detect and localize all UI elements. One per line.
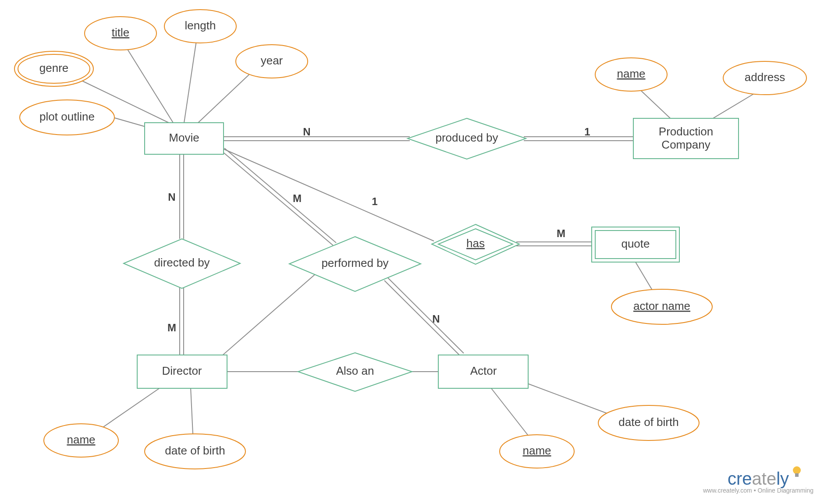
attr-plot-outline-label: plot outline [39,110,95,123]
movie-producedby-line [224,137,410,141]
attr-actor-name: name [500,435,574,468]
attr-pc-name: name [595,58,667,91]
movie-has-line [224,149,434,241]
logo-ate: ate [752,469,777,488]
attr-actor-name-label: name [522,444,551,457]
rel-has-label: has [466,237,485,250]
entity-actor: Actor [438,355,528,388]
rel-performed-by: performed by [289,237,421,291]
rel-also-an: Also an [298,353,412,391]
lightbulb-icon [793,466,801,477]
entity-production-company-label-l2: Company [661,138,710,151]
attr-director-dob: date of birth [145,434,245,469]
svg-line-17 [224,149,434,241]
attr-actor-dob: date of birth [598,405,699,440]
creately-logo: creately www.creately.com • Online Diagr… [703,466,813,494]
rel-directed-by-label: directed by [154,256,210,269]
rel-has: has [432,224,519,264]
svg-line-25 [96,388,160,432]
entity-quote: quote [592,227,679,262]
directedby-director-line [180,287,184,355]
card-movie-produced: N [303,126,310,138]
er-diagram-canvas: genre title length year plot outline nam… [0,0,824,504]
entity-movie-label: Movie [169,131,199,144]
svg-line-27 [491,388,530,438]
rel-produced-by-label: produced by [435,131,498,144]
has-quote-line [516,242,594,246]
rel-also-an-label: Also an [336,364,374,377]
svg-line-24 [706,90,760,123]
entity-production-company-label-l1: Production [659,125,713,138]
card-director-directed: M [167,322,176,334]
attr-director-name: name [44,424,118,457]
rel-directed-by: directed by [124,239,240,288]
svg-line-29 [636,262,653,291]
attr-director-name-label: name [67,433,95,446]
movie-performedby-line [221,148,336,245]
svg-line-15 [384,280,460,356]
svg-line-1 [123,42,173,123]
attr-quote-actor-name-label: actor name [633,299,690,312]
rel-produced-by: produced by [408,118,526,159]
attr-title: title [85,17,156,50]
svg-line-13 [221,151,333,245]
logo-ly: ly [776,469,789,488]
entity-director: Director [137,355,227,388]
svg-text:creately: creately [728,469,789,488]
card-pc-produced: 1 [584,126,590,138]
director-performedby-line [222,274,316,356]
attr-year: year [236,45,308,78]
svg-line-26 [191,388,193,434]
svg-line-23 [636,85,675,123]
card-movie-has: 1 [372,195,377,207]
attr-pc-name-label: name [617,67,645,80]
entity-production-company: Production Company [633,118,739,159]
attr-pc-address-label: address [745,71,785,84]
attr-director-dob-label: date of birth [165,444,225,457]
svg-rect-57 [795,473,799,477]
entity-actor-label: Actor [470,364,497,377]
svg-line-14 [224,148,336,243]
entity-movie: Movie [145,123,224,154]
attr-length: length [164,10,236,43]
entity-director-label: Director [162,364,202,377]
card-actor-performed: N [432,313,440,325]
director-attribute-lines [96,388,193,434]
attr-genre: genre [14,51,93,86]
quote-attribute-line [636,262,653,291]
card-movie-directed: N [168,191,175,203]
attr-plot-outline: plot outline [20,100,114,135]
svg-line-16 [388,278,464,353]
movie-directedby-line [180,154,184,239]
logo-cre: cre [728,469,752,488]
performedby-actor-line [384,278,464,356]
producedby-pc-line [524,137,633,141]
attr-quote-actor-name: actor name [611,289,712,324]
attr-actor-dob-label: date of birth [618,415,678,429]
rel-performed-by-label: performed by [321,256,388,270]
attr-genre-label: genre [39,61,69,75]
svg-line-22 [222,274,316,356]
card-quote-has: M [557,227,565,239]
attr-title-label: title [112,26,129,39]
svg-point-56 [793,466,801,474]
svg-line-2 [184,35,197,123]
attr-year-label: year [261,54,283,67]
creately-tagline: www.creately.com • Online Diagramming [703,487,813,494]
attr-length-label: length [185,19,216,32]
card-movie-performed: M [293,192,302,204]
entity-quote-label: quote [621,237,650,250]
attr-pc-address: address [723,61,806,95]
